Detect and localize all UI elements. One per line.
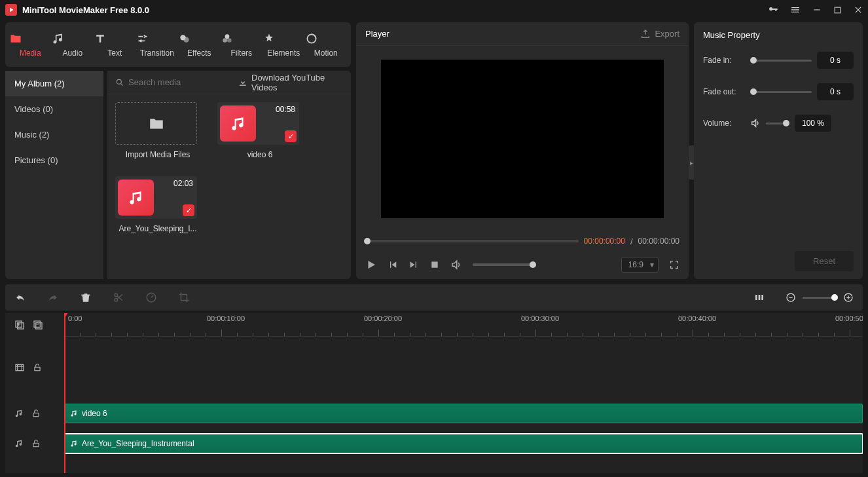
volume-label: Volume: [703, 119, 745, 128]
reset-button[interactable]: Reset [795, 251, 854, 271]
lock-icon[interactable] [31, 409, 41, 418]
download-icon [238, 78, 247, 87]
minimize-icon[interactable] [812, 5, 822, 14]
folder-icon [9, 32, 52, 45]
next-frame-button[interactable] [408, 259, 419, 270]
property-title: Music Property [703, 30, 854, 40]
svg-rect-12 [755, 295, 757, 300]
prev-frame-button[interactable] [388, 259, 398, 270]
property-panel: ▸ Music Property Fade in: 0 s Fade out: … [694, 22, 863, 279]
time-current: 00:00:00:00 [584, 237, 625, 246]
menu-icon[interactable] [790, 5, 801, 15]
tab-effects[interactable]: Effects [178, 32, 221, 58]
timeline-ruler[interactable]: 0:00 00:00:10:00 00:00:20:00 00:00:30:00… [64, 313, 863, 337]
check-icon: ✓ [285, 130, 297, 142]
speaker-icon[interactable] [750, 118, 761, 128]
music-icon [52, 32, 94, 45]
speed-button[interactable] [145, 292, 157, 303]
zoom-slider[interactable] [803, 297, 837, 299]
tab-elements[interactable]: Elements [262, 32, 305, 58]
album-pictures[interactable]: Pictures (0) [5, 147, 103, 173]
album-list: My Album (2) Videos (0) Music (2) Pictur… [5, 71, 103, 279]
audio-track-1[interactable]: video 6 [64, 400, 863, 430]
playhead[interactable] [64, 313, 65, 473]
media-area: Download YouTube Videos Import Media Fil… [107, 71, 351, 279]
split-button[interactable] [113, 292, 124, 303]
undo-button[interactable] [14, 292, 26, 303]
aspect-ratio-dropdown[interactable]: 16:9 [621, 257, 659, 273]
music-icon [70, 440, 78, 448]
redo-button[interactable] [47, 292, 59, 303]
volume-slider[interactable] [766, 123, 789, 124]
stop-button[interactable] [429, 259, 440, 270]
tab-transition[interactable]: Transition [136, 32, 179, 58]
timeline: 0:00 00:00:10:00 00:00:20:00 00:00:30:00… [5, 313, 863, 473]
zoom-in-button[interactable] [843, 292, 854, 303]
app-logo [5, 4, 17, 16]
tab-motion[interactable]: Motion [305, 32, 348, 58]
svg-rect-13 [759, 295, 761, 300]
crop-button[interactable] [178, 292, 190, 303]
collapse-panel-button[interactable]: ▸ [689, 145, 694, 180]
audio-track-2[interactable]: Are_You_Sleeping_Instrumental [64, 430, 863, 460]
zoom-out-button[interactable] [786, 292, 796, 303]
fade-in-slider[interactable] [750, 60, 812, 62]
lock-icon[interactable] [33, 363, 42, 372]
svg-rect-24 [33, 443, 39, 446]
folder-icon [148, 115, 165, 132]
svg-rect-21 [16, 364, 24, 370]
tab-audio[interactable]: Audio [52, 32, 94, 58]
play-button[interactable] [365, 259, 377, 271]
search-input[interactable] [128, 77, 238, 87]
clip-are-you-sleeping[interactable]: Are_You_Sleeping_Instrumental [64, 434, 863, 453]
player-title: Player [365, 29, 640, 39]
progress-slider[interactable] [365, 240, 579, 242]
fade-out-value[interactable]: 0 s [817, 83, 854, 100]
clip-video6[interactable]: video 6 [64, 404, 863, 423]
tab-media[interactable]: Media [9, 32, 52, 58]
svg-rect-14 [761, 295, 763, 300]
album-my-album[interactable]: My Album (2) [5, 71, 103, 96]
album-music[interactable]: Music (2) [5, 122, 103, 147]
motion-icon [305, 32, 348, 45]
lock-icon[interactable] [31, 439, 41, 448]
volume-icon[interactable] [450, 259, 462, 271]
titlebar: MiniTool MovieMaker Free 8.0.0 [0, 0, 868, 20]
download-youtube-link[interactable]: Download YouTube Videos [238, 73, 343, 92]
add-track-icon[interactable] [14, 320, 25, 330]
timeline-tracks[interactable]: 0:00 00:00:10:00 00:00:20:00 00:00:30:00… [64, 313, 863, 473]
fade-in-value[interactable]: 0 s [817, 52, 854, 69]
app-title: MiniTool MovieMaker Free 8.0.0 [22, 5, 768, 15]
export-button[interactable]: Export [640, 29, 679, 39]
tab-text[interactable]: Text [94, 32, 136, 58]
delete-button[interactable] [80, 292, 92, 303]
music-track-icon [14, 409, 24, 418]
fit-button[interactable] [754, 292, 765, 303]
svg-rect-8 [431, 261, 437, 267]
fullscreen-button[interactable] [669, 259, 679, 270]
check-icon: ✓ [183, 204, 194, 216]
media-item-video6[interactable]: 00:58 ✓ video 6 [217, 102, 302, 159]
fade-out-slider[interactable] [750, 91, 812, 93]
svg-rect-0 [835, 7, 841, 13]
tab-filters[interactable]: Filters [221, 32, 263, 58]
video-track[interactable] [64, 368, 863, 400]
close-icon[interactable] [854, 5, 863, 14]
search-icon [115, 78, 124, 87]
album-videos[interactable]: Videos (0) [5, 96, 103, 122]
key-icon[interactable] [768, 5, 778, 15]
svg-rect-22 [35, 367, 40, 370]
main-toolbar: Media Audio Text Transition Effects Filt… [5, 22, 351, 67]
maximize-icon[interactable] [833, 6, 842, 14]
media-item-are-you-sleeping[interactable]: 02:03 ✓ Are_You_Sleeping_I... [115, 176, 200, 233]
import-media-cell[interactable]: Import Media Files [115, 102, 200, 159]
fade-out-label: Fade out: [703, 87, 745, 96]
video-preview [381, 60, 664, 218]
music-icon [70, 410, 78, 417]
volume-value[interactable]: 100 % [795, 115, 831, 132]
svg-point-7 [117, 79, 121, 84]
remove-track-icon[interactable] [33, 320, 43, 330]
text-icon [94, 32, 136, 45]
player-volume-slider[interactable] [473, 263, 535, 266]
video-track-icon [14, 362, 25, 373]
